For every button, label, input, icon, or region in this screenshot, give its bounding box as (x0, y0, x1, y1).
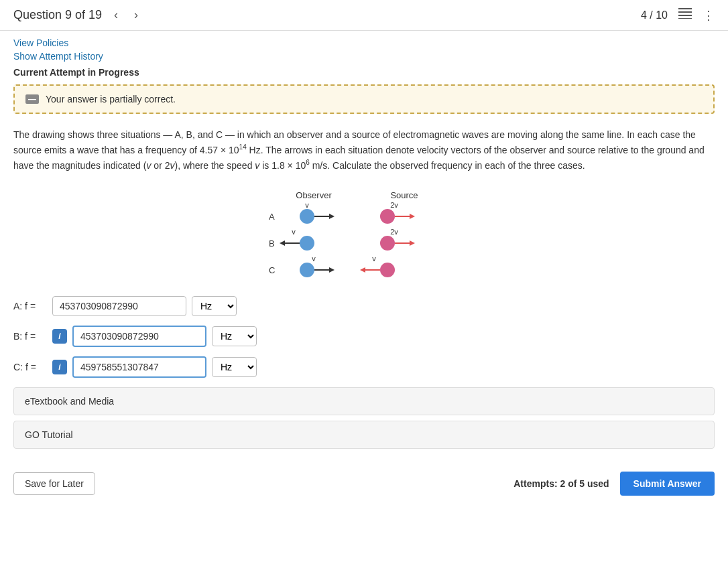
svg-rect-1 (678, 11, 692, 13)
main-content: — Your answer is partially correct. The … (0, 84, 728, 454)
source-c-circle (380, 263, 395, 277)
svg-text:2v: 2v (390, 201, 398, 209)
input-row-c: C: f = i Hz kHz MHz GHz (13, 356, 715, 378)
footer-right: Attempts: 2 of 5 used Submit Answer (513, 472, 715, 496)
info-c-button[interactable]: i (52, 360, 67, 374)
input-row-b: B: f = i Hz kHz MHz GHz (13, 326, 715, 347)
diagram-svg: Observer Source A v 2v B v 2v (257, 186, 471, 280)
input-b-label: B: f = (13, 331, 47, 342)
observer-c-circle (300, 263, 314, 277)
next-button[interactable]: › (130, 7, 142, 23)
submit-answer-button[interactable]: Submit Answer (620, 472, 715, 496)
svg-marker-9 (410, 214, 415, 219)
show-attempt-history-link[interactable]: Show Attempt History (13, 51, 715, 62)
svg-text:v: v (292, 228, 296, 236)
list-icon (678, 8, 692, 19)
svg-marker-15 (410, 240, 415, 246)
input-a-field[interactable] (52, 296, 186, 316)
input-a-unit[interactable]: Hz kHz MHz GHz (192, 296, 237, 316)
attempts-count: Attempts: 2 of 5 used (513, 478, 609, 489)
page-count: 4 / 10 (641, 9, 668, 21)
etextbook-button[interactable]: eTextbook and Media (13, 387, 715, 415)
svg-text:v: v (372, 255, 376, 263)
input-b-unit[interactable]: Hz kHz MHz GHz (212, 326, 257, 346)
row-c-label: C (269, 265, 275, 275)
svg-text:v: v (312, 255, 316, 263)
question-title: Question 9 of 19 (13, 8, 102, 22)
svg-marker-6 (329, 214, 335, 219)
alert-text: Your answer is partially correct. (46, 94, 176, 104)
more-menu-button[interactable]: ⋮ (703, 8, 715, 23)
alert-box: — Your answer is partially correct. (13, 84, 715, 114)
go-tutorial-button[interactable]: GO Tutorial (13, 421, 715, 449)
source-label: Source (390, 190, 418, 200)
source-a-circle (380, 209, 395, 224)
svg-marker-18 (329, 267, 335, 273)
view-policies-link[interactable]: View Policies (13, 38, 715, 48)
svg-rect-2 (678, 15, 692, 16)
svg-rect-3 (678, 18, 692, 19)
svg-marker-21 (360, 267, 365, 273)
svg-marker-12 (280, 240, 285, 246)
header-right: 4 / 10 ⋮ (641, 8, 715, 23)
row-a-label: A (269, 212, 275, 222)
observer-a-circle (300, 209, 314, 224)
input-c-field[interactable] (72, 356, 206, 378)
attempts-text: Attempts: 2 of 5 used (513, 478, 609, 489)
source-b-circle (380, 236, 395, 251)
prev-button[interactable]: ‹ (110, 7, 122, 23)
svg-rect-0 (678, 8, 692, 9)
svg-text:2v: 2v (390, 228, 398, 236)
header: Question 9 of 19 ‹ › 4 / 10 ⋮ (0, 0, 728, 31)
input-c-unit[interactable]: Hz kHz MHz GHz (212, 357, 257, 377)
current-attempt-label: Current Attempt in Progress (0, 67, 728, 84)
input-c-label: C: f = (13, 362, 47, 372)
alert-icon: — (25, 94, 39, 104)
footer-row: Save for Later Attempts: 2 of 5 used Sub… (0, 461, 728, 506)
input-a-label: A: f = (13, 301, 47, 311)
diagram-area: Observer Source A v 2v B v 2v (13, 186, 715, 280)
observer-label: Observer (296, 190, 332, 200)
header-left: Question 9 of 19 ‹ › (13, 7, 142, 23)
links-section: View Policies Show Attempt History (0, 31, 728, 67)
svg-text:v: v (305, 201, 309, 209)
question-text: The drawing shows three situations — A, … (13, 127, 715, 173)
list-icon-button[interactable] (678, 8, 692, 22)
question-text-p1: The drawing shows three situations — A, … (13, 129, 705, 171)
input-row-a: A: f = Hz kHz MHz GHz (13, 296, 715, 316)
input-b-field[interactable] (72, 326, 206, 347)
save-later-button[interactable]: Save for Later (13, 472, 95, 495)
row-b-label: B (269, 238, 275, 249)
observer-b-circle (300, 236, 314, 251)
info-b-button[interactable]: i (52, 329, 67, 344)
